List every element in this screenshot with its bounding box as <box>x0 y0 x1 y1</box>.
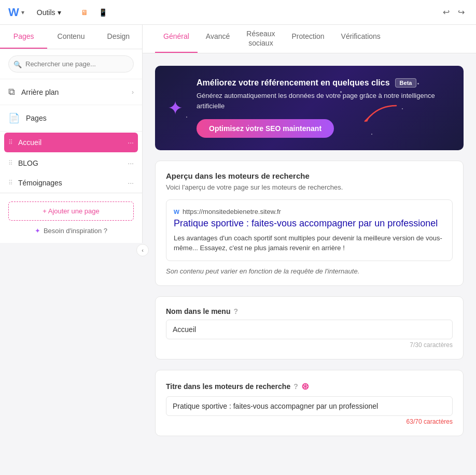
pages-section-header: 📄 Pages <box>0 105 142 131</box>
seo-title-star-icon[interactable]: ⊛ <box>301 381 309 392</box>
drag-handle-icon: ⠿ <box>8 179 13 186</box>
page-more-icon[interactable]: ··· <box>128 159 134 167</box>
search-icon: 🔍 <box>13 60 22 68</box>
device-icons: 🖥 📱 <box>78 6 110 19</box>
preview-section-title: Aperçu dans les moteurs de recherche <box>166 171 453 180</box>
outils-label: Outils <box>37 8 55 17</box>
main-layout: Pages Contenu Design 🔍 ⧉ Arrière plan › <box>0 25 476 475</box>
logo-w: W <box>8 6 19 19</box>
undo-button[interactable]: ↩ <box>440 5 453 19</box>
monitor-icon[interactable]: 🖥 <box>78 6 91 19</box>
sidebar-footer: + Ajouter une page ✦ Besoin d'inspiratio… <box>0 193 142 243</box>
sidebar-search: 🔍 <box>0 49 142 79</box>
sidebar-arriere-plan-item[interactable]: ⧉ Arrière plan › <box>0 79 142 105</box>
page-item-blog[interactable]: ⠿ BLOG ··· <box>0 153 142 173</box>
red-arrow-decoration <box>360 103 401 125</box>
seo-banner-description: Générez automatiquement les données de v… <box>197 91 451 111</box>
menu-name-label: Nom dans le menu ? <box>166 307 453 315</box>
content-inner: ✦ Améliorez votre référencement en quelq… <box>143 66 476 458</box>
logo[interactable]: W ▾ <box>8 6 24 19</box>
sidebar-arriere-plan-section: ⧉ Arrière plan › <box>0 79 142 105</box>
seo-optimize-button[interactable]: Optimisez votre SEO maintenant <box>197 119 334 138</box>
content-area: Général Avancé Réseaux sociaux Protectio… <box>143 25 476 475</box>
sidebar-pages-section: 📄 Pages <box>0 105 142 132</box>
outils-menu[interactable]: Outils ▾ <box>33 6 65 19</box>
drag-handle-icon: ⠿ <box>8 139 13 146</box>
preview-note: Son contenu peut varier en fonction de l… <box>166 267 453 275</box>
sub-tab-protection[interactable]: Protection <box>284 25 333 53</box>
outils-chevron-icon: ▾ <box>58 8 61 17</box>
tab-pages[interactable]: Pages <box>0 25 47 49</box>
seo-title-input[interactable] <box>166 396 453 416</box>
seo-title-help-icon[interactable]: ? <box>293 382 298 391</box>
seo-banner-sparkle-icon: ✦ <box>167 97 183 119</box>
sidebar: Pages Contenu Design 🔍 ⧉ Arrière plan › <box>0 25 143 243</box>
page-name-accueil: Accueil <box>18 138 122 147</box>
sparkle-icon: ✦ <box>35 227 40 235</box>
inspiration-label: Besoin d'inspiration ? <box>44 227 107 235</box>
topbar: W ▾ Outils ▾ 🖥 📱 ↩ ↪ <box>0 0 476 25</box>
drag-handle-icon: ⠿ <box>8 160 13 167</box>
arriere-plan-label: Arrière plan <box>21 88 125 96</box>
arriere-plan-icon: ⧉ <box>8 87 15 97</box>
menu-name-help-icon[interactable]: ? <box>233 307 238 315</box>
history-controls: ↩ ↪ <box>440 5 468 19</box>
tab-contenu[interactable]: Contenu <box>47 25 94 49</box>
menu-name-card: Nom dans le menu ? 7/30 caractères <box>155 296 464 359</box>
pages-section-label: Pages <box>26 114 134 122</box>
svg-marker-0 <box>365 118 369 122</box>
preview-description: Les avantages d'un coach sportif sont mu… <box>174 233 445 253</box>
menu-name-input[interactable] <box>166 320 453 339</box>
seo-title-label: Titre dans les moteurs de recherche ? ⊛ <box>166 381 453 392</box>
sub-tab-general[interactable]: Général <box>155 25 198 53</box>
logo-chevron-icon: ▾ <box>21 9 24 16</box>
mobile-icon[interactable]: 📱 <box>95 6 110 19</box>
sidebar-wrapper: Pages Contenu Design 🔍 ⧉ Arrière plan › <box>0 25 143 475</box>
preview-w-logo: w <box>174 207 179 215</box>
tab-design[interactable]: Design <box>95 25 142 49</box>
pages-icon: 📄 <box>8 112 20 124</box>
page-item-temoignages[interactable]: ⠿ Témoignages ··· <box>0 173 142 193</box>
search-input[interactable] <box>8 55 134 73</box>
seo-banner: ✦ Améliorez votre référencement en quelq… <box>155 66 464 150</box>
sub-tab-avance[interactable]: Avancé <box>198 25 238 53</box>
seo-banner-title: Améliorez votre référencement en quelque… <box>197 78 451 88</box>
search-preview-card: Aperçu dans les moteurs de recherche Voi… <box>155 161 464 285</box>
page-name-temoignages: Témoignages <box>18 179 122 187</box>
sub-tabs: Général Avancé Réseaux sociaux Protectio… <box>143 25 476 53</box>
sidebar-pages-list: ⠿ Accueil ··· ⠿ BLOG ··· ⠿ Témoignages ·… <box>0 132 142 193</box>
sidebar-collapse-button[interactable]: ‹ <box>136 244 149 256</box>
sub-tab-reseaux[interactable]: Réseaux sociaux <box>238 25 283 53</box>
redo-button[interactable]: ↪ <box>455 5 468 19</box>
beta-badge: Beta <box>395 78 417 88</box>
preview-section-subtitle: Voici l'aperçu de votre page sur les mot… <box>166 183 453 191</box>
arriere-plan-chevron-icon: › <box>132 89 134 96</box>
add-page-button[interactable]: + Ajouter une page <box>8 201 134 221</box>
search-wrapper: 🔍 <box>8 55 134 73</box>
sidebar-tabs: Pages Contenu Design <box>0 25 142 49</box>
page-name-blog: BLOG <box>18 159 122 167</box>
menu-name-count: 7/30 caractères <box>166 341 453 349</box>
preview-page-title: Pratique sportive : faites-vous accompag… <box>174 218 445 229</box>
page-more-icon[interactable]: ··· <box>128 138 134 147</box>
page-more-icon[interactable]: ··· <box>128 179 134 187</box>
inspiration-link[interactable]: ✦ Besoin d'inspiration ? <box>8 227 134 235</box>
seo-title-count: 63/70 caractères <box>166 418 453 425</box>
preview-url-row: w https://monsitedebienetre.sitew.fr <box>174 207 445 215</box>
page-item-accueil[interactable]: ⠿ Accueil ··· <box>4 133 138 152</box>
search-preview-box: w https://monsitedebienetre.sitew.fr Pra… <box>166 199 453 261</box>
sub-tab-verifications[interactable]: Vérifications <box>333 25 389 53</box>
seo-title-card: Titre dans les moteurs de recherche ? ⊛ … <box>155 370 464 436</box>
preview-url: https://monsitedebienetre.sitew.fr <box>183 208 281 215</box>
